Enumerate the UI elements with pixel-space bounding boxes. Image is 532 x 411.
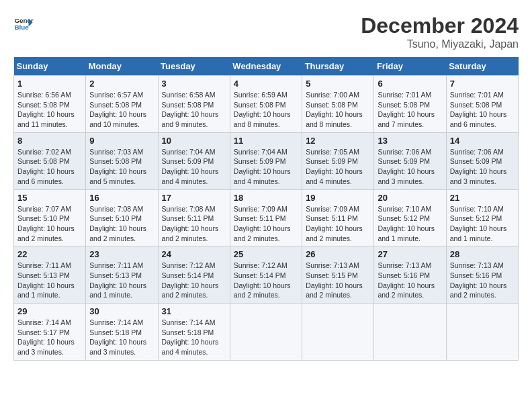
calendar-cell: 1Sunrise: 6:56 AMSunset: 5:08 PMDaylight…	[14, 76, 86, 133]
day-number: 5	[306, 79, 370, 89]
day-info: Sunrise: 7:06 AMSunset: 5:09 PMDaylight:…	[378, 147, 442, 187]
calendar-row: 1Sunrise: 6:56 AMSunset: 5:08 PMDaylight…	[14, 76, 519, 133]
day-info: Sunrise: 7:11 AMSunset: 5:13 PMDaylight:…	[17, 261, 82, 300]
page-header: General Blue December 2024 Tsuno, Miyaza…	[13, 13, 519, 50]
calendar-cell	[446, 304, 518, 361]
day-info: Sunrise: 7:02 AMSunset: 5:08 PMDaylight:…	[17, 147, 82, 187]
day-number: 17	[162, 193, 226, 203]
day-info: Sunrise: 7:01 AMSunset: 5:08 PMDaylight:…	[450, 90, 515, 130]
day-number: 20	[378, 193, 442, 203]
day-info: Sunrise: 6:59 AMSunset: 5:08 PMDaylight:…	[234, 90, 298, 130]
day-number: 16	[89, 193, 154, 203]
col-saturday: Saturday	[446, 57, 518, 76]
calendar-header-row: Sunday Monday Tuesday Wednesday Thursday…	[14, 57, 519, 76]
day-number: 15	[17, 193, 82, 203]
title-block: December 2024 Tsuno, Miyazaki, Japan	[361, 13, 519, 50]
day-number: 9	[89, 136, 154, 146]
calendar-cell: 25Sunrise: 7:12 AMSunset: 5:14 PMDayligh…	[230, 246, 302, 304]
calendar-cell: 18Sunrise: 7:09 AMSunset: 5:11 PMDayligh…	[230, 189, 302, 246]
day-info: Sunrise: 6:58 AMSunset: 5:08 PMDaylight:…	[162, 90, 226, 130]
calendar-cell: 11Sunrise: 7:04 AMSunset: 5:09 PMDayligh…	[230, 132, 302, 189]
day-number: 8	[17, 136, 82, 146]
day-number: 28	[450, 249, 515, 259]
day-number: 30	[89, 306, 154, 316]
day-info: Sunrise: 7:00 AMSunset: 5:08 PMDaylight:…	[306, 90, 370, 130]
day-number: 3	[162, 79, 226, 89]
day-number: 10	[162, 136, 226, 146]
calendar-cell: 23Sunrise: 7:11 AMSunset: 5:13 PMDayligh…	[86, 246, 158, 304]
day-number: 12	[306, 136, 370, 146]
col-thursday: Thursday	[302, 57, 374, 76]
day-info: Sunrise: 7:04 AMSunset: 5:09 PMDaylight:…	[162, 147, 226, 187]
calendar-table: Sunday Monday Tuesday Wednesday Thursday…	[13, 57, 519, 361]
day-number: 27	[378, 249, 442, 259]
day-number: 29	[17, 306, 82, 316]
day-info: Sunrise: 7:10 AMSunset: 5:12 PMDaylight:…	[378, 204, 442, 244]
day-info: Sunrise: 7:13 AMSunset: 5:16 PMDaylight:…	[450, 261, 515, 300]
calendar-cell: 27Sunrise: 7:13 AMSunset: 5:16 PMDayligh…	[374, 246, 446, 304]
day-number: 4	[234, 79, 298, 89]
calendar-cell: 28Sunrise: 7:13 AMSunset: 5:16 PMDayligh…	[446, 246, 518, 304]
day-info: Sunrise: 7:10 AMSunset: 5:12 PMDaylight:…	[450, 204, 515, 244]
calendar-cell	[230, 304, 302, 361]
day-info: Sunrise: 7:14 AMSunset: 5:17 PMDaylight:…	[17, 318, 82, 357]
calendar-cell	[374, 304, 446, 361]
calendar-cell: 13Sunrise: 7:06 AMSunset: 5:09 PMDayligh…	[374, 132, 446, 189]
calendar-cell: 19Sunrise: 7:09 AMSunset: 5:11 PMDayligh…	[302, 189, 374, 246]
day-info: Sunrise: 7:14 AMSunset: 5:18 PMDaylight:…	[162, 318, 226, 357]
calendar-cell: 5Sunrise: 7:00 AMSunset: 5:08 PMDaylight…	[302, 76, 374, 133]
day-info: Sunrise: 7:14 AMSunset: 5:18 PMDaylight:…	[89, 318, 154, 357]
calendar-cell	[302, 304, 374, 361]
calendar-cell: 17Sunrise: 7:08 AMSunset: 5:11 PMDayligh…	[158, 189, 230, 246]
calendar-cell: 20Sunrise: 7:10 AMSunset: 5:12 PMDayligh…	[374, 189, 446, 246]
calendar-cell: 7Sunrise: 7:01 AMSunset: 5:08 PMDaylight…	[446, 76, 518, 133]
col-tuesday: Tuesday	[158, 57, 230, 76]
calendar-cell: 14Sunrise: 7:06 AMSunset: 5:09 PMDayligh…	[446, 132, 518, 189]
col-wednesday: Wednesday	[230, 57, 302, 76]
day-info: Sunrise: 7:13 AMSunset: 5:15 PMDaylight:…	[306, 261, 370, 300]
day-number: 1	[17, 79, 82, 89]
col-friday: Friday	[374, 57, 446, 76]
day-info: Sunrise: 7:07 AMSunset: 5:10 PMDaylight:…	[17, 204, 82, 244]
calendar-row: 29Sunrise: 7:14 AMSunset: 5:17 PMDayligh…	[14, 304, 519, 361]
day-number: 19	[306, 193, 370, 203]
day-info: Sunrise: 7:06 AMSunset: 5:09 PMDaylight:…	[450, 147, 515, 187]
day-number: 18	[234, 193, 298, 203]
day-info: Sunrise: 7:08 AMSunset: 5:11 PMDaylight:…	[162, 204, 226, 244]
calendar-cell: 15Sunrise: 7:07 AMSunset: 5:10 PMDayligh…	[14, 189, 86, 246]
day-number: 7	[450, 79, 515, 89]
calendar-cell: 30Sunrise: 7:14 AMSunset: 5:18 PMDayligh…	[86, 304, 158, 361]
day-info: Sunrise: 7:03 AMSunset: 5:08 PMDaylight:…	[89, 147, 154, 187]
day-info: Sunrise: 6:56 AMSunset: 5:08 PMDaylight:…	[17, 90, 82, 130]
day-info: Sunrise: 7:04 AMSunset: 5:09 PMDaylight:…	[234, 147, 298, 187]
day-number: 14	[450, 136, 515, 146]
calendar-cell: 4Sunrise: 6:59 AMSunset: 5:08 PMDaylight…	[230, 76, 302, 133]
day-number: 2	[89, 79, 154, 89]
calendar-cell: 2Sunrise: 6:57 AMSunset: 5:08 PMDaylight…	[86, 76, 158, 133]
calendar-cell: 26Sunrise: 7:13 AMSunset: 5:15 PMDayligh…	[302, 246, 374, 304]
day-info: Sunrise: 7:13 AMSunset: 5:16 PMDaylight:…	[378, 261, 442, 300]
day-number: 31	[162, 306, 226, 316]
day-number: 26	[306, 249, 370, 259]
calendar-cell: 3Sunrise: 6:58 AMSunset: 5:08 PMDaylight…	[158, 76, 230, 133]
calendar-cell: 9Sunrise: 7:03 AMSunset: 5:08 PMDaylight…	[86, 132, 158, 189]
col-monday: Monday	[86, 57, 158, 76]
calendar-cell: 22Sunrise: 7:11 AMSunset: 5:13 PMDayligh…	[14, 246, 86, 304]
day-info: Sunrise: 7:12 AMSunset: 5:14 PMDaylight:…	[162, 261, 226, 300]
day-number: 6	[378, 79, 442, 89]
page-title: December 2024	[361, 13, 519, 38]
day-info: Sunrise: 7:08 AMSunset: 5:10 PMDaylight:…	[89, 204, 154, 244]
calendar-cell: 8Sunrise: 7:02 AMSunset: 5:08 PMDaylight…	[14, 132, 86, 189]
day-info: Sunrise: 7:01 AMSunset: 5:08 PMDaylight:…	[378, 90, 442, 130]
day-number: 23	[89, 249, 154, 259]
calendar-cell: 6Sunrise: 7:01 AMSunset: 5:08 PMDaylight…	[374, 76, 446, 133]
calendar-row: 15Sunrise: 7:07 AMSunset: 5:10 PMDayligh…	[14, 189, 519, 246]
day-info: Sunrise: 6:57 AMSunset: 5:08 PMDaylight:…	[89, 90, 154, 130]
calendar-cell: 24Sunrise: 7:12 AMSunset: 5:14 PMDayligh…	[158, 246, 230, 304]
day-number: 13	[378, 136, 442, 146]
day-info: Sunrise: 7:05 AMSunset: 5:09 PMDaylight:…	[306, 147, 370, 187]
calendar-cell: 21Sunrise: 7:10 AMSunset: 5:12 PMDayligh…	[446, 189, 518, 246]
page-subtitle: Tsuno, Miyazaki, Japan	[361, 38, 519, 50]
day-number: 25	[234, 249, 298, 259]
calendar-cell: 31Sunrise: 7:14 AMSunset: 5:18 PMDayligh…	[158, 304, 230, 361]
